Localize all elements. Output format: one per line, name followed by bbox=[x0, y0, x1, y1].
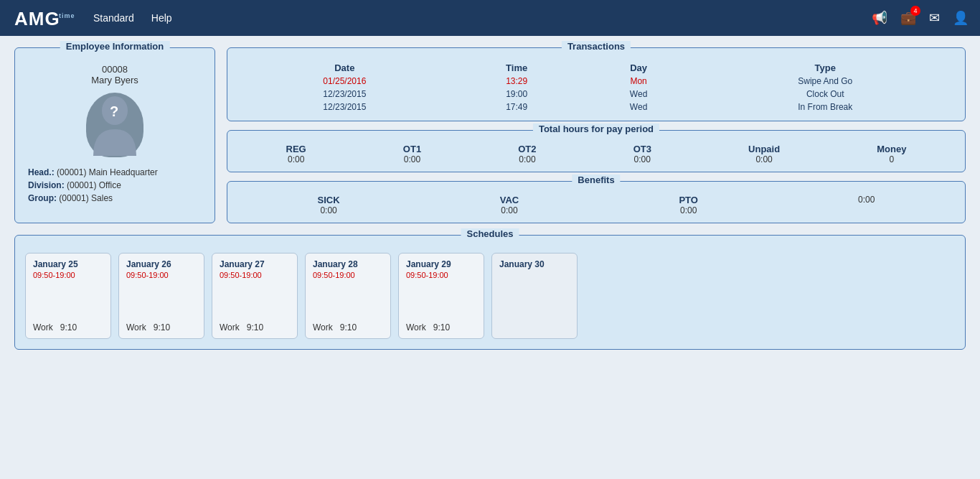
trans-type: Swipe And Go bbox=[696, 75, 955, 88]
col-time: Time bbox=[452, 61, 582, 75]
group-value: (00001) Sales bbox=[59, 193, 113, 203]
schedule-card-date: January 30 bbox=[499, 259, 545, 269]
division-value: (00001) Office bbox=[67, 180, 121, 190]
schedule-card[interactable]: January 26 09:50-19:00 Work 9:10 bbox=[118, 253, 204, 339]
hours-col-val: 0 bbox=[877, 154, 906, 164]
employee-id: 00008 bbox=[28, 64, 202, 75]
employee-division: Division: (00001) Office bbox=[28, 180, 202, 190]
hours-col-val: 0:00 bbox=[403, 154, 421, 164]
schedule-card-work: Work 9:10 bbox=[126, 322, 170, 332]
transaction-row: 12/23/2015 19:00 Wed Clock Out bbox=[237, 88, 955, 101]
hours-col-header: OT3 bbox=[633, 144, 651, 154]
header-left: AMG time Standard Help bbox=[11, 5, 172, 31]
hours-col: Unpaid 0:00 bbox=[748, 144, 780, 164]
svg-text:time: time bbox=[59, 12, 75, 19]
megaphone-icon[interactable]: 📢 bbox=[872, 10, 887, 26]
division-label: Division: bbox=[28, 180, 65, 190]
trans-time: 13:29 bbox=[452, 75, 582, 88]
schedule-card-date: January 25 bbox=[33, 259, 78, 269]
app-header: AMG time Standard Help 📢 💼 4 ✉ 👤 bbox=[0, 0, 980, 36]
nav-help[interactable]: Help bbox=[151, 12, 172, 24]
briefcase-icon[interactable]: 💼 4 bbox=[900, 10, 916, 26]
transactions-title: Transactions bbox=[562, 41, 631, 52]
schedules-title: Schedules bbox=[461, 228, 519, 239]
employee-avatar: ? bbox=[28, 93, 202, 157]
employee-details: Head.: (00001) Main Headquarter Division… bbox=[28, 167, 202, 203]
main-content: Employee Information 00008 Mary Byers ? … bbox=[0, 36, 980, 361]
schedule-card-work: Work 9:10 bbox=[406, 322, 450, 332]
hours-col-val: 0:00 bbox=[633, 154, 651, 164]
transaction-row: 01/25/2016 13:29 Mon Swipe And Go bbox=[237, 75, 955, 88]
schedules-panel: Schedules January 25 09:50-19:00 Work 9:… bbox=[14, 235, 966, 350]
svg-text:?: ? bbox=[110, 103, 118, 119]
hours-col: OT3 0:00 bbox=[633, 144, 651, 164]
schedule-card[interactable]: January 28 09:50-19:00 Work 9:10 bbox=[305, 253, 391, 339]
employee-head: Head.: (00001) Main Headquarter bbox=[28, 167, 202, 177]
employee-panel: Employee Information 00008 Mary Byers ? … bbox=[14, 47, 215, 223]
schedule-card-date: January 27 bbox=[220, 259, 265, 269]
head-value: (00001) Main Headquarter bbox=[57, 167, 158, 177]
top-row: Employee Information 00008 Mary Byers ? … bbox=[14, 47, 966, 223]
trans-time: 17:49 bbox=[452, 101, 582, 113]
avatar-circle: ? bbox=[86, 93, 143, 157]
trans-date: 12/23/2015 bbox=[237, 101, 452, 113]
schedule-card-time: 09:50-19:00 bbox=[406, 271, 448, 279]
transactions-panel: Transactions Date Time Day Type 01/25/20… bbox=[227, 47, 966, 121]
col-date: Date bbox=[237, 61, 452, 75]
transaction-row: 12/23/2015 17:49 Wed In From Break bbox=[237, 101, 955, 113]
trans-day: Wed bbox=[582, 101, 696, 113]
benefits-col-val: 0:00 bbox=[318, 205, 340, 215]
schedule-card-work: Work 9:10 bbox=[33, 322, 77, 332]
hours-panel: Total hours for pay period REG 0:00 OT1 … bbox=[227, 130, 966, 172]
hours-col: REG 0:00 bbox=[286, 144, 306, 164]
briefcase-badge: 4 bbox=[910, 6, 920, 16]
hours-col-header: OT2 bbox=[518, 144, 536, 154]
benefits-col: VAC 0:00 bbox=[500, 195, 519, 215]
hours-col: OT1 0:00 bbox=[403, 144, 421, 164]
col-day: Day bbox=[582, 61, 696, 75]
schedules-row: January 25 09:50-19:00 Work 9:10 January… bbox=[25, 253, 955, 339]
hours-col-val: 0:00 bbox=[518, 154, 536, 164]
group-label: Group: bbox=[28, 193, 57, 203]
schedule-card[interactable]: January 25 09:50-19:00 Work 9:10 bbox=[25, 253, 111, 339]
benefits-col-header: PTO bbox=[679, 195, 698, 205]
schedule-card-date: January 28 bbox=[313, 259, 358, 269]
trans-type: In From Break bbox=[696, 101, 955, 113]
schedule-card-work: Work 9:10 bbox=[220, 322, 263, 332]
benefits-col-val: 0:00 bbox=[500, 205, 519, 215]
hours-col-header: REG bbox=[286, 144, 306, 154]
trans-type: Clock Out bbox=[696, 88, 955, 101]
schedule-card[interactable]: January 29 09:50-19:00 Work 9:10 bbox=[398, 253, 484, 339]
benefits-col: SICK 0:00 bbox=[318, 195, 340, 215]
benefits-col-val: 0:00 bbox=[679, 205, 698, 215]
trans-time: 19:00 bbox=[452, 88, 582, 101]
trans-day: Mon bbox=[582, 75, 696, 88]
schedule-card-time: 09:50-19:00 bbox=[33, 271, 75, 279]
hours-col: Money 0 bbox=[877, 144, 906, 164]
schedule-card-time: 09:50-19:00 bbox=[220, 271, 262, 279]
user-icon[interactable]: 👤 bbox=[953, 10, 969, 26]
hours-col-val: 0:00 bbox=[748, 154, 780, 164]
schedule-card[interactable]: January 27 09:50-19:00 Work 9:10 bbox=[212, 253, 298, 339]
benefits-col-val: 0:00 bbox=[858, 195, 875, 205]
schedule-card-date: January 26 bbox=[126, 259, 171, 269]
schedule-card-work: Work 9:10 bbox=[313, 322, 357, 332]
benefits-col-header: SICK bbox=[318, 195, 340, 205]
schedule-card[interactable]: January 30 bbox=[491, 253, 578, 339]
benefits-col: 0:00 bbox=[858, 195, 875, 215]
hours-col-header: Money bbox=[877, 144, 906, 154]
nav-standard[interactable]: Standard bbox=[93, 12, 134, 24]
mail-icon[interactable]: ✉ bbox=[929, 10, 940, 26]
trans-day: Wed bbox=[582, 88, 696, 101]
hours-title: Total hours for pay period bbox=[533, 124, 659, 134]
hours-col-val: 0:00 bbox=[286, 154, 306, 164]
schedule-card-date: January 29 bbox=[406, 259, 451, 269]
schedule-card-time: 09:50-19:00 bbox=[313, 271, 355, 279]
benefits-col: PTO 0:00 bbox=[679, 195, 698, 215]
benefits-grid: SICK 0:00 VAC 0:00 PTO 0:00 0:00 bbox=[237, 195, 955, 215]
trans-date: 12/23/2015 bbox=[237, 88, 452, 101]
benefits-panel: Benefits SICK 0:00 VAC 0:00 PTO 0:00 0:0… bbox=[227, 181, 966, 223]
employee-name: Mary Byers bbox=[28, 75, 202, 85]
benefits-title: Benefits bbox=[572, 175, 620, 185]
header-right: 📢 💼 4 ✉ 👤 bbox=[872, 10, 969, 26]
